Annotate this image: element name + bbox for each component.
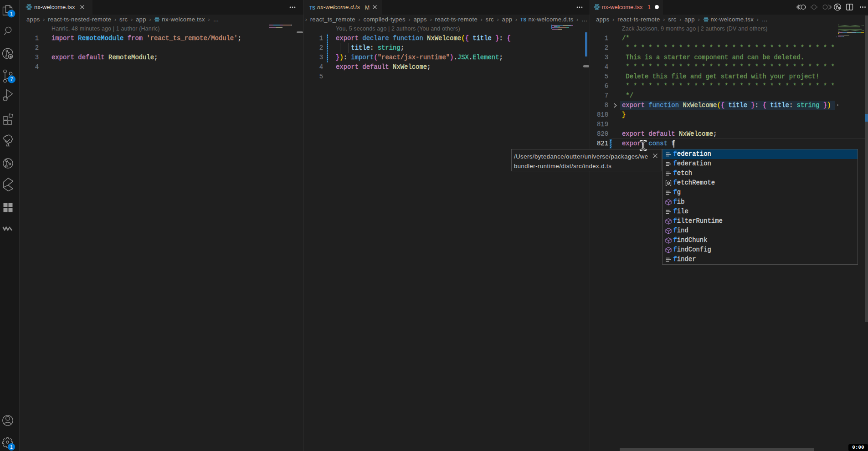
svg-text:1: 1 xyxy=(10,11,13,16)
svg-text:1: 1 xyxy=(10,444,13,450)
svg-text:7: 7 xyxy=(10,77,13,82)
